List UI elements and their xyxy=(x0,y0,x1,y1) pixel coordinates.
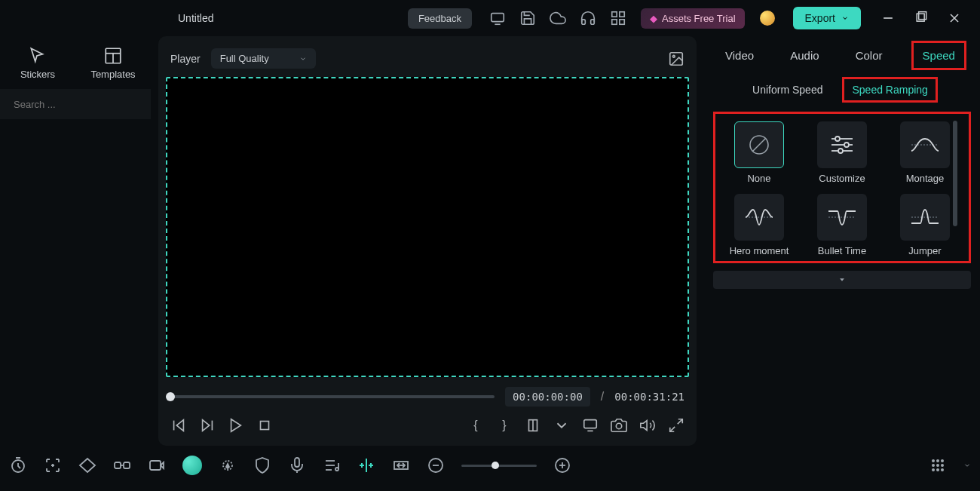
svg-point-76 xyxy=(932,464,935,467)
headset-icon[interactable] xyxy=(580,10,596,26)
template-icon xyxy=(103,46,123,66)
svg-point-20 xyxy=(672,55,675,57)
project-title: Untitled xyxy=(178,12,213,24)
preset-bullet-label: Bullet Time xyxy=(818,245,866,257)
shield-icon[interactable] xyxy=(253,456,271,474)
split-icon[interactable] xyxy=(357,456,375,474)
chevron-down-icon[interactable] xyxy=(553,417,570,434)
zoom-slider-thumb[interactable] xyxy=(492,462,499,469)
bullet-curve-icon xyxy=(817,194,867,241)
stickers-label: Stickers xyxy=(20,69,55,80)
quality-value: Full Quality xyxy=(220,53,269,64)
svg-line-34 xyxy=(670,427,675,431)
zoom-slider[interactable] xyxy=(461,465,537,467)
preset-none[interactable]: None xyxy=(720,121,798,185)
templates-tab[interactable]: Templates xyxy=(75,36,151,89)
svg-rect-26 xyxy=(261,422,269,430)
expand-presets-button[interactable] xyxy=(713,271,971,289)
svg-point-79 xyxy=(932,468,935,471)
tab-video[interactable]: Video xyxy=(718,44,761,66)
preset-none-label: None xyxy=(747,173,770,185)
time-separator: / xyxy=(601,390,604,404)
timer-icon[interactable] xyxy=(9,456,27,474)
svg-rect-50 xyxy=(124,462,130,468)
assets-free-trial-button[interactable]: ◆ Assets Free Trial xyxy=(641,8,745,29)
search-input[interactable] xyxy=(14,99,140,110)
tag-icon[interactable] xyxy=(78,456,96,474)
chevron-down-icon[interactable] xyxy=(963,456,971,474)
sparkle-icon[interactable] xyxy=(219,456,237,474)
svg-point-73 xyxy=(932,459,935,462)
preview-canvas[interactable] xyxy=(166,77,689,377)
preset-customize[interactable]: Customize xyxy=(803,121,881,185)
quality-select[interactable]: Full Quality xyxy=(211,48,316,69)
ai-face-icon[interactable] xyxy=(182,456,202,475)
svg-point-38 xyxy=(835,137,840,141)
speed-ramping-presets: None Customize Montage Hero moment Bulle… xyxy=(713,112,971,263)
crop-bracket-icon[interactable] xyxy=(44,456,62,474)
speed-ramping-mode[interactable]: Speed Ramping xyxy=(842,77,937,103)
mic-icon[interactable] xyxy=(288,456,306,474)
svg-point-40 xyxy=(844,143,849,147)
aspect-lock-icon[interactable] xyxy=(525,417,541,434)
fit-width-icon[interactable] xyxy=(392,456,410,474)
save-icon[interactable] xyxy=(519,10,536,26)
display-icon[interactable] xyxy=(582,417,599,434)
svg-rect-2 xyxy=(620,12,624,17)
preset-jumper-label: Jumper xyxy=(908,245,941,257)
snapshot-image-icon[interactable] xyxy=(668,51,684,67)
volume-icon[interactable] xyxy=(639,417,656,434)
stickers-tab[interactable]: Stickers xyxy=(0,36,75,89)
record-toggle-icon[interactable] xyxy=(148,456,166,474)
svg-point-81 xyxy=(941,468,944,471)
step-forward-button[interactable] xyxy=(199,417,216,434)
scrub-thumb[interactable] xyxy=(166,392,175,401)
inspector-panel: Video Audio Color Speed Uniform Speed Sp… xyxy=(704,36,980,446)
playlist-icon[interactable] xyxy=(323,456,341,474)
cloud-icon[interactable] xyxy=(550,10,566,26)
svg-line-33 xyxy=(678,419,682,424)
timeline-toolbar xyxy=(0,446,980,485)
scrub-track[interactable] xyxy=(170,395,495,398)
tab-color[interactable]: Color xyxy=(848,44,890,66)
camera-icon[interactable] xyxy=(611,417,627,434)
zoom-out-button[interactable] xyxy=(427,456,445,474)
time-current: 00:00:00:00 xyxy=(505,387,590,407)
scrollbar[interactable] xyxy=(953,121,957,226)
svg-rect-3 xyxy=(620,20,624,24)
screen-icon[interactable] xyxy=(489,10,506,26)
close-icon[interactable] xyxy=(947,11,962,26)
brace-right-icon[interactable]: } xyxy=(496,417,513,434)
svg-rect-52 xyxy=(150,461,161,470)
export-button[interactable]: Export xyxy=(793,7,861,29)
minimize-icon[interactable] xyxy=(880,11,896,26)
sliders-icon xyxy=(817,121,867,168)
zoom-in-button[interactable] xyxy=(553,456,571,474)
preset-montage-label: Montage xyxy=(906,173,945,185)
step-back-button[interactable] xyxy=(170,417,187,434)
svg-point-74 xyxy=(936,459,939,462)
feedback-button[interactable]: Feedback xyxy=(408,8,472,29)
stop-button[interactable] xyxy=(256,417,273,434)
assets-trial-label: Assets Free Trial xyxy=(662,13,736,24)
grid-icon[interactable] xyxy=(610,10,626,26)
svg-point-42 xyxy=(838,149,843,153)
link-icon[interactable] xyxy=(113,456,131,474)
play-button[interactable] xyxy=(228,417,244,434)
tab-audio[interactable]: Audio xyxy=(782,44,826,66)
svg-rect-4 xyxy=(612,20,617,24)
grid-view-icon[interactable] xyxy=(929,456,947,474)
moon-badge-icon[interactable] xyxy=(760,11,775,26)
maximize-icon[interactable] xyxy=(914,11,929,26)
tab-speed[interactable]: Speed xyxy=(911,41,966,70)
svg-point-75 xyxy=(941,459,944,462)
jumper-curve-icon xyxy=(900,194,950,241)
svg-rect-1 xyxy=(612,12,617,17)
preset-hero-moment[interactable]: Hero moment xyxy=(720,194,798,257)
fullscreen-icon[interactable] xyxy=(668,417,684,434)
brace-left-icon[interactable]: { xyxy=(467,417,484,434)
preset-bullet-time[interactable]: Bullet Time xyxy=(803,194,881,257)
uniform-speed-mode[interactable]: Uniform Speed xyxy=(746,79,828,100)
svg-rect-56 xyxy=(295,458,299,467)
svg-rect-7 xyxy=(919,12,926,20)
